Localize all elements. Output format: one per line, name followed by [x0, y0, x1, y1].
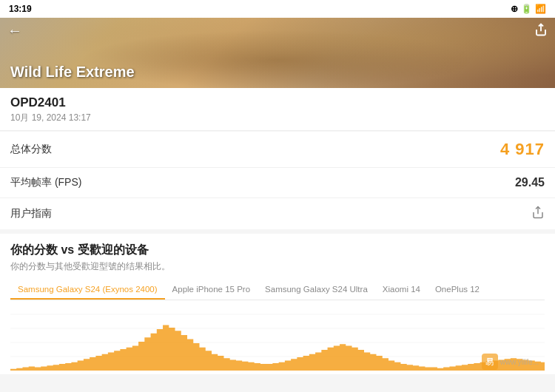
- watermark-text: www.yilife...: [500, 358, 539, 366]
- benchmark-title: Wild Life Extreme: [10, 64, 135, 81]
- guide-label: 用户指南: [10, 207, 52, 220]
- tab-xiaomi14[interactable]: Xiaomi 14: [375, 280, 428, 300]
- tab-samsung-s24ultra[interactable]: Samsung Galaxy S24 Ultra: [258, 280, 375, 300]
- comparison-subtitle: 你的分数与其他受歡迎型號的结果相比。: [10, 260, 545, 273]
- watermark: 易 www.yilife...: [482, 354, 539, 370]
- tab-iphone15pro[interactable]: Apple iPhone 15 Pro: [165, 280, 258, 300]
- wifi-icon: 📶: [535, 4, 546, 14]
- chart-area: 易 www.yilife...: [10, 300, 545, 374]
- comparison-title: 你的分数 vs 受歡迎的设备: [10, 243, 545, 258]
- guide-row: 用户指南: [0, 198, 555, 229]
- battery-icon: 🔋: [521, 4, 532, 14]
- header-banner: ← Wild Life Extreme: [0, 18, 555, 88]
- share-button-header[interactable]: [534, 23, 548, 39]
- bluetooth-icon: ⊕: [511, 4, 518, 14]
- status-icons: ⊕ 🔋 📶: [511, 4, 546, 14]
- guide-share-icon[interactable]: [531, 206, 545, 222]
- stats-section: 总体分数 4 917 平均帧率 (FPS) 29.45 用户指南: [0, 132, 555, 229]
- tab-samsung-s24[interactable]: Samsung Galaxy S24 (Exynos 2400): [10, 280, 165, 300]
- fps-label: 平均帧率 (FPS): [10, 176, 81, 189]
- total-score-row: 总体分数 4 917: [0, 132, 555, 168]
- fps-row: 平均帧率 (FPS) 29.45: [0, 168, 555, 198]
- device-tabs: Samsung Galaxy S24 (Exynos 2400)Apple iP…: [10, 280, 545, 300]
- comparison-section: 你的分数 vs 受歡迎的设备 你的分数与其他受歡迎型號的结果相比。 Samsun…: [0, 234, 555, 374]
- fps-value: 29.45: [515, 176, 545, 189]
- total-score-label: 总体分数: [10, 143, 52, 156]
- device-model: OPD2401: [10, 95, 545, 110]
- total-score-value: 4 917: [500, 140, 545, 159]
- time-display: 13:19: [9, 4, 32, 14]
- header-nav: ←: [0, 18, 555, 44]
- tab-oneplus12[interactable]: OnePlus 12: [428, 280, 487, 300]
- benchmark-datetime: 10月 19, 2024 13:17: [10, 112, 545, 124]
- status-bar: 13:19 ⊕ 🔋 📶: [0, 0, 555, 18]
- watermark-icon: 易: [482, 354, 498, 370]
- back-button[interactable]: ←: [7, 22, 22, 39]
- device-info-section: OPD2401 10月 19, 2024 13:17: [0, 88, 555, 131]
